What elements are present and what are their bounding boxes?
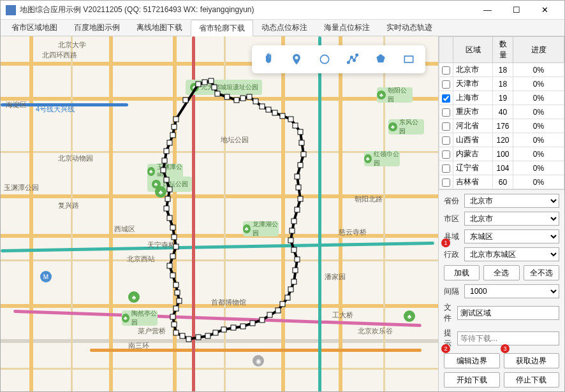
svg-rect-9	[240, 96, 246, 101]
svg-rect-18	[298, 129, 303, 134]
row-region: 天津市	[453, 77, 493, 91]
row-checkbox[interactable]	[442, 66, 450, 75]
svg-rect-68	[164, 149, 169, 154]
svg-rect-52	[177, 298, 182, 303]
interval-select[interactable]: 1000	[464, 284, 559, 298]
svg-rect-56	[167, 263, 172, 268]
row-region: 山西省	[453, 133, 493, 147]
svg-rect-15	[280, 113, 285, 119]
svg-rect-33	[288, 287, 293, 292]
table-row[interactable]: 上海市190%	[439, 91, 564, 105]
stop-download-button[interactable]: 停止下载	[504, 372, 560, 388]
row-checkbox[interactable]	[442, 164, 450, 173]
row-checkbox[interactable]	[442, 122, 450, 131]
tab-4[interactable]: 动态点位标注	[253, 19, 316, 36]
svg-rect-71	[172, 124, 177, 129]
tab-6[interactable]: 实时动态轨迹	[378, 19, 441, 36]
svg-rect-16	[288, 117, 293, 122]
svg-rect-23	[296, 185, 301, 190]
row-progress: 0%	[513, 161, 564, 175]
svg-rect-61	[167, 215, 172, 221]
row-count: 19	[493, 91, 513, 105]
row-checkbox[interactable]	[442, 94, 450, 103]
col-region: 区域	[453, 37, 493, 63]
row-progress: 0%	[513, 77, 564, 91]
province-label: 省份	[444, 196, 462, 207]
tab-3[interactable]: 省市轮廓下载	[191, 20, 253, 36]
row-region: 内蒙古	[453, 147, 493, 161]
svg-point-74	[351, 56, 353, 58]
tab-bar: 省市区域地图百度地图示例离线地图下载省市轮廓下载动态点位标注海量点位标注实时动态…	[1, 20, 564, 36]
svg-rect-1	[183, 98, 188, 103]
svg-rect-59	[172, 235, 177, 240]
table-row[interactable]: 吉林省600%	[439, 175, 564, 189]
svg-rect-39	[250, 321, 255, 326]
badge-2: 2	[441, 344, 450, 353]
table-row[interactable]: 山西省1200%	[439, 133, 564, 147]
table-row[interactable]: 北京市180%	[439, 63, 564, 77]
select-all-button[interactable]: 全选	[483, 265, 519, 280]
svg-rect-21	[298, 163, 303, 168]
city-select[interactable]: 北京市	[464, 212, 559, 226]
get-boundary-button[interactable]: 获取边界	[504, 353, 560, 368]
row-checkbox[interactable]	[442, 150, 450, 159]
row-count: 120	[493, 133, 513, 147]
county-select[interactable]: 东城区	[464, 229, 559, 243]
row-checkbox[interactable]	[442, 108, 450, 117]
svg-rect-60	[170, 225, 175, 230]
row-checkbox[interactable]	[442, 136, 450, 145]
tool-circle[interactable]	[312, 49, 337, 69]
interval-label: 间隔	[444, 286, 462, 297]
maximize-button[interactable]: ☐	[502, 1, 531, 19]
window-title: 地图综合应用示例 V20211205 (QQ: 517216493 WX: fe…	[20, 4, 473, 15]
col-checkbox	[439, 37, 453, 63]
start-download-button[interactable]: 开始下载	[444, 372, 500, 388]
table-row[interactable]: 重庆市400%	[439, 105, 564, 119]
tab-2[interactable]: 离线地图下载	[128, 19, 191, 36]
svg-rect-0	[173, 117, 179, 122]
row-checkbox[interactable]	[442, 80, 450, 89]
load-button[interactable]: 加载	[444, 265, 480, 280]
side-panel: 区域 数量 进度 北京市180%天津市180%上海市190%重庆市400%河北省…	[438, 36, 564, 391]
table-row[interactable]: 内蒙古1000%	[439, 147, 564, 161]
row-region: 辽宁省	[453, 161, 493, 175]
map-canvas[interactable]: ♣玉渊潭公园 ♣元大都城垣遗址公园 ♣龙潭湖公园 ♣陶然亭公园 ♣朝阳公园 ♣东…	[1, 36, 438, 391]
svg-rect-8	[234, 98, 239, 103]
svg-rect-77	[404, 56, 413, 62]
svg-rect-43	[213, 330, 218, 335]
close-button[interactable]: ✕	[531, 1, 559, 19]
file-label: 文件	[444, 302, 455, 324]
row-progress: 0%	[513, 119, 564, 133]
table-row[interactable]: 河北省1760%	[439, 119, 564, 133]
province-select[interactable]: 北京市	[464, 194, 559, 208]
hint-input[interactable]	[457, 331, 559, 345]
svg-rect-28	[288, 238, 293, 243]
table-row[interactable]: 辽宁省1040%	[439, 161, 564, 175]
tab-5[interactable]: 海量点位标注	[316, 19, 378, 36]
row-progress: 0%	[513, 147, 564, 161]
select-none-button[interactable]: 全不选	[524, 265, 559, 280]
file-input[interactable]	[457, 306, 559, 320]
admin-select[interactable]: 北京市东城区	[464, 247, 559, 261]
tab-0[interactable]: 省市区域地图	[3, 19, 66, 36]
control-form: 省份 北京市 市区 北京市 县域 东城区 1 行政 北京市东城区 加载	[439, 190, 564, 391]
svg-rect-45	[196, 335, 201, 340]
minimize-button[interactable]: —	[473, 1, 502, 19]
tool-polyline[interactable]	[340, 49, 365, 69]
table-row[interactable]: 天津市180%	[439, 77, 564, 91]
row-progress: 0%	[513, 175, 564, 189]
svg-rect-42	[221, 327, 226, 332]
tool-rectangle[interactable]	[396, 49, 422, 69]
tool-polygon[interactable]	[368, 49, 393, 69]
svg-rect-14	[272, 110, 277, 115]
admin-label: 行政	[444, 249, 462, 260]
tool-hand[interactable]	[256, 49, 281, 69]
row-checkbox[interactable]	[442, 178, 450, 187]
region-table[interactable]: 区域 数量 进度 北京市180%天津市180%上海市190%重庆市400%河北省…	[439, 36, 564, 190]
svg-rect-4	[209, 78, 214, 83]
row-region: 河北省	[453, 119, 493, 133]
edit-boundary-button[interactable]: 编辑边界	[444, 353, 500, 368]
svg-rect-63	[165, 196, 170, 201]
tool-marker[interactable]	[284, 49, 309, 69]
tab-1[interactable]: 百度地图示例	[66, 19, 128, 36]
